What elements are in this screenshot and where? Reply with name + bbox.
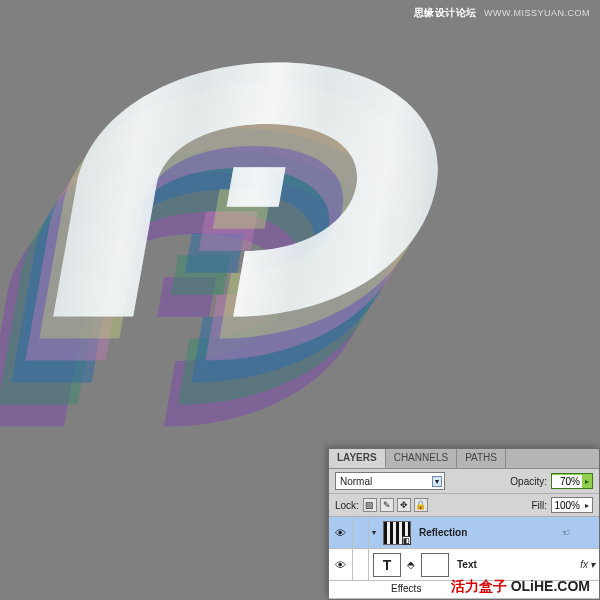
eye-icon: 👁 — [335, 559, 346, 571]
tab-layers[interactable]: LAYERS — [329, 449, 386, 468]
fill-value-field[interactable] — [552, 499, 582, 512]
fx-twirl-icon[interactable]: ▾ — [590, 559, 595, 570]
fill-label: Fill: — [531, 500, 547, 511]
canvas-artwork — [30, 40, 510, 470]
lock-label: Lock: — [335, 500, 359, 511]
layer-row-text[interactable]: 👁 T ⬘ Text fx ▾ — [329, 549, 599, 581]
watermark-top: 思缘设计论坛 WWW.MISSYUAN.COM — [414, 6, 590, 20]
opacity-arrow-icon[interactable]: ▸ — [582, 477, 592, 486]
link-col — [353, 517, 369, 548]
panel-tabs: LAYERS CHANNELS PATHS — [329, 449, 599, 469]
link-col — [353, 549, 369, 580]
opacity-value-field[interactable] — [552, 475, 582, 488]
layer-row-reflection[interactable]: 👁 ▾ ◧ Reflection ☜ — [329, 517, 599, 549]
watermark-bottom-red: 活力盒子 — [451, 578, 507, 594]
fill-input[interactable]: ▸ — [551, 497, 593, 513]
smart-object-badge-icon: ◧ — [402, 536, 411, 545]
lock-position-icon[interactable]: ✥ — [397, 498, 411, 512]
fx-indicator[interactable]: fx ▾ — [580, 559, 595, 570]
blend-mode-value: Normal — [340, 476, 372, 487]
lock-icon-group: ▧ ✎ ✥ 🔒 — [363, 498, 428, 512]
mask-link-icon[interactable]: ⬘ — [407, 559, 415, 570]
tab-paths[interactable]: PATHS — [457, 449, 506, 468]
watermark-top-en: WWW.MISSYUAN.COM — [484, 8, 590, 18]
type-layer-icon: T — [383, 557, 392, 573]
lock-all-icon[interactable]: 🔒 — [414, 498, 428, 512]
eye-icon: 👁 — [335, 527, 346, 539]
blend-mode-select[interactable]: Normal ▾ — [335, 472, 445, 490]
visibility-toggle[interactable]: 👁 — [329, 549, 353, 580]
watermark-top-cn: 思缘设计论坛 — [414, 7, 477, 18]
tab-channels[interactable]: CHANNELS — [386, 449, 457, 468]
lock-transparent-icon[interactable]: ▧ — [363, 498, 377, 512]
watermark-bottom: 活力盒子 OLiHE.COM — [451, 578, 590, 596]
layer-thumbnail[interactable]: ◧ — [383, 521, 411, 545]
fx-label: fx — [580, 559, 588, 570]
watermark-bottom-rest: OLiHE.COM — [507, 578, 590, 594]
twirl-icon[interactable]: ▾ — [369, 528, 379, 537]
fill-arrow-icon[interactable]: ▸ — [582, 501, 592, 510]
visibility-toggle[interactable]: 👁 — [329, 517, 353, 548]
layer-mask-thumbnail[interactable] — [421, 553, 449, 577]
opacity-input[interactable]: ▸ — [551, 473, 593, 489]
layer-thumbnail-type[interactable]: T — [373, 553, 401, 577]
layer-name-label[interactable]: Reflection — [419, 527, 467, 538]
effects-label: Effects — [391, 583, 421, 594]
opacity-label: Opacity: — [510, 476, 547, 487]
blend-opacity-row: Normal ▾ Opacity: ▸ — [329, 469, 599, 494]
layer-name-label[interactable]: Text — [457, 559, 477, 570]
chevron-down-icon: ▾ — [432, 476, 442, 487]
hand-cursor-icon: ☜ — [560, 527, 569, 538]
lock-fill-row: Lock: ▧ ✎ ✥ 🔒 Fill: ▸ — [329, 494, 599, 517]
lock-pixels-icon[interactable]: ✎ — [380, 498, 394, 512]
